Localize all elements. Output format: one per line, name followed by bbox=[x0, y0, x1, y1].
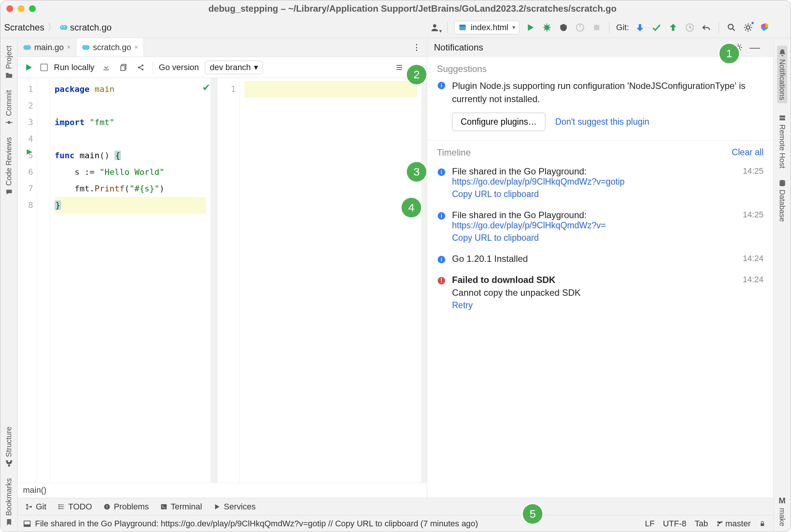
code-area[interactable]: package main import "fmt" func main() { … bbox=[50, 78, 211, 483]
go-file-icon bbox=[23, 43, 31, 52]
editor-tab-main-go[interactable]: main.go × bbox=[18, 38, 76, 57]
dont-suggest-link[interactable]: Don't suggest this plugin bbox=[555, 117, 649, 127]
callout-2: 2 bbox=[407, 65, 426, 84]
run-line-icon[interactable]: ▶ bbox=[27, 147, 32, 156]
tab-more-icon[interactable]: ⋮ bbox=[411, 42, 422, 53]
timeline-timestamp: 14:25 bbox=[738, 210, 764, 220]
info-icon: i bbox=[437, 81, 446, 90]
zoom-window-icon[interactable] bbox=[29, 5, 36, 12]
info-icon: i bbox=[437, 255, 446, 264]
run-config-selector[interactable]: index.html ▾ bbox=[454, 21, 519, 34]
vcs-history-icon[interactable] bbox=[684, 22, 695, 33]
tool-bookmarks[interactable]: Bookmarks bbox=[5, 478, 13, 526]
tab-label: scratch.go bbox=[93, 43, 131, 52]
breadcrumb-file[interactable]: scratch.go bbox=[60, 22, 112, 33]
ide-settings-icon[interactable] bbox=[742, 22, 754, 33]
inspection-ok-icon[interactable]: ✔ bbox=[202, 82, 211, 93]
status-line-ending[interactable]: LF bbox=[645, 519, 655, 529]
svg-point-40 bbox=[58, 504, 60, 505]
svg-point-39 bbox=[30, 506, 32, 508]
status-toolwindow-icon[interactable] bbox=[23, 520, 31, 528]
soft-wrap-icon[interactable] bbox=[394, 62, 405, 73]
editor-tab-scratch-go[interactable]: scratch.go × bbox=[76, 38, 144, 57]
tool-database[interactable]: Database bbox=[778, 179, 786, 222]
run-button[interactable] bbox=[525, 22, 536, 33]
vcs-push-icon[interactable] bbox=[667, 22, 679, 33]
breadcrumb-root[interactable]: Scratches bbox=[4, 22, 44, 33]
status-message[interactable]: File shared in the Go Playground: https:… bbox=[31, 519, 645, 529]
status-indent[interactable]: Tab bbox=[695, 519, 708, 529]
editor-breadcrumb[interactable]: main() bbox=[18, 483, 427, 498]
editor-toolbar: Run locally Go version dev branch ▾ bbox=[18, 57, 427, 78]
search-everywhere-icon[interactable] bbox=[726, 22, 737, 33]
window-controls bbox=[6, 5, 36, 12]
tool-make[interactable]: make M bbox=[778, 496, 786, 526]
vcs-update-icon[interactable] bbox=[634, 22, 646, 33]
timeline-url[interactable]: https://go.dev/play/p/9ClHkqQmdWz?v=goti… bbox=[452, 177, 732, 187]
retry-link[interactable]: Retry bbox=[452, 300, 732, 310]
close-tab-icon[interactable]: × bbox=[134, 43, 138, 51]
svg-rect-47 bbox=[24, 524, 31, 526]
tool-project[interactable]: Project bbox=[5, 46, 13, 79]
tool-terminal[interactable]: Terminal bbox=[160, 502, 202, 512]
tool-remote-host[interactable]: Remote Host bbox=[778, 114, 786, 168]
editor-pane-right[interactable]: 1 bbox=[217, 78, 427, 483]
timeline-title: File shared in the Go Playground: bbox=[452, 210, 732, 220]
download-icon[interactable] bbox=[101, 62, 112, 73]
titlebar: debug_stepping – ~/Library/Application S… bbox=[0, 0, 791, 17]
user-icon[interactable]: ▾ bbox=[429, 22, 440, 33]
tab-label: main.go bbox=[34, 43, 64, 52]
hide-panel-icon[interactable]: — bbox=[749, 42, 760, 53]
tool-git[interactable]: Git bbox=[25, 502, 46, 512]
vcs-commit-icon[interactable] bbox=[651, 22, 662, 33]
svg-text:!: ! bbox=[106, 504, 108, 509]
go-file-icon bbox=[82, 43, 90, 52]
run-config-label: index.html bbox=[470, 23, 508, 32]
timeline-item: i File shared in the Go Playground: http… bbox=[427, 205, 773, 248]
jetbrains-toolbox-icon[interactable] bbox=[759, 22, 770, 33]
timeline-timestamp: 14:25 bbox=[738, 166, 764, 176]
editor-pane-left[interactable]: 1234 5678 ▶ package main import "fmt" fu… bbox=[18, 78, 217, 483]
svg-rect-15 bbox=[8, 465, 10, 467]
suggestions-header: Suggestions bbox=[427, 57, 773, 78]
tool-label: Code Reviews bbox=[5, 137, 13, 186]
tool-notifications[interactable]: Notifications bbox=[777, 46, 787, 103]
status-branch[interactable]: master bbox=[716, 519, 751, 529]
fold-gutter[interactable]: ▶ bbox=[37, 78, 50, 483]
coverage-button[interactable] bbox=[558, 22, 569, 33]
tool-structure[interactable]: Structure bbox=[5, 427, 13, 468]
close-tab-icon[interactable]: × bbox=[67, 43, 71, 51]
tool-problems[interactable]: !Problems bbox=[103, 502, 149, 512]
code-area-empty[interactable] bbox=[240, 78, 421, 483]
status-lock-icon[interactable] bbox=[759, 520, 766, 527]
minimize-window-icon[interactable] bbox=[18, 5, 24, 12]
tool-todo[interactable]: TODO bbox=[58, 502, 92, 512]
copy-icon[interactable] bbox=[118, 62, 129, 73]
timeline-item: i File shared in the Go Playground: http… bbox=[427, 161, 773, 205]
stop-button[interactable] bbox=[591, 22, 602, 33]
run-file-button[interactable] bbox=[23, 62, 34, 73]
close-window-icon[interactable] bbox=[6, 5, 13, 12]
info-icon: i bbox=[437, 168, 446, 177]
tool-code-reviews[interactable]: Code Reviews bbox=[5, 137, 13, 196]
debug-button[interactable] bbox=[541, 22, 553, 33]
breadcrumb: Scratches 〉 scratch.go bbox=[4, 21, 111, 34]
profile-button[interactable] bbox=[574, 22, 586, 33]
run-locally-checkbox[interactable] bbox=[40, 64, 48, 71]
clear-all-link[interactable]: Clear all bbox=[732, 147, 764, 157]
copy-url-link[interactable]: Copy URL to clipboard bbox=[452, 189, 732, 199]
tool-commit[interactable]: Commit bbox=[5, 90, 13, 127]
go-version-selector[interactable]: dev branch ▾ bbox=[205, 61, 263, 74]
breadcrumb-file-label: scratch.go bbox=[70, 22, 112, 33]
status-encoding[interactable]: UTF-8 bbox=[663, 519, 686, 529]
configure-plugins-button[interactable]: Configure plugins… bbox=[452, 113, 545, 131]
share-icon[interactable] bbox=[135, 62, 147, 73]
tool-services[interactable]: Services bbox=[213, 502, 255, 512]
undo-icon[interactable] bbox=[701, 22, 712, 33]
go-version-label: Go version bbox=[159, 63, 199, 72]
bell-icon bbox=[778, 49, 786, 57]
timeline-url[interactable]: https://go.dev/play/p/9ClHkqQmdWz?v= bbox=[452, 220, 732, 231]
copy-url-link[interactable]: Copy URL to clipboard bbox=[452, 233, 732, 243]
svg-text:i: i bbox=[441, 169, 442, 175]
svg-rect-53 bbox=[779, 118, 785, 121]
